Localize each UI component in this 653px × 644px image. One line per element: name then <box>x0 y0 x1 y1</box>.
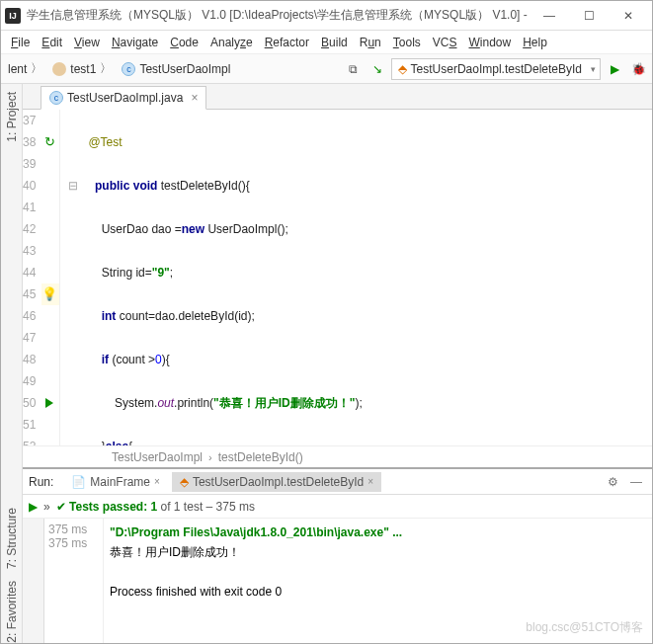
run-toolbar-side <box>23 519 44 643</box>
tool-structure[interactable]: 7: Structure <box>5 508 19 569</box>
maximize-button[interactable]: ☐ <box>569 2 609 30</box>
debug-button[interactable]: 🐞 <box>628 59 648 79</box>
menu-tools[interactable]: Tools <box>389 34 425 51</box>
run-tool-window: Run: 📄MainFrame× ⬘TestUserDaoImpl.testDe… <box>23 467 652 643</box>
run-config-select[interactable]: ⬘TestUserDaoImpl.testDeleteById <box>391 58 601 80</box>
gutter-icons: ↻💡 <box>41 110 60 445</box>
class-icon: c <box>49 91 63 105</box>
crumb-root[interactable]: lent〉 <box>5 60 45 77</box>
line-numbers: 37383940414243444546474849505152 <box>23 110 41 445</box>
close-tab-icon[interactable]: × <box>191 91 198 105</box>
run-tab-mainframe[interactable]: 📄MainFrame× <box>63 472 168 492</box>
run-tab-test[interactable]: ⬘TestUserDaoImpl.testDeleteById× <box>172 472 381 492</box>
menu-vcs[interactable]: VCS <box>429 34 461 51</box>
test-tree[interactable]: 375 ms 375 ms <box>44 519 104 643</box>
menu-file[interactable]: File <box>7 34 34 51</box>
intention-bulb-icon[interactable]: 💡 <box>41 283 57 305</box>
close-button[interactable]: ✕ <box>609 2 648 30</box>
navigation-bar: lent〉 test1〉 cTestUserDaoImpl ⧉ ↘ ⬘TestU… <box>1 54 652 84</box>
menu-window[interactable]: Window <box>464 34 515 51</box>
crumb-class[interactable]: cTestUserDaoImpl <box>119 62 233 76</box>
editor-tab[interactable]: c TestUserDaoImpl.java × <box>41 86 206 110</box>
tool-project[interactable]: 1: Project <box>5 92 19 142</box>
run-label: Run: <box>29 475 53 489</box>
hammer-icon[interactable]: ↘ <box>367 59 387 79</box>
watermark: blog.csc@51CTO博客 <box>526 619 643 636</box>
menu-run[interactable]: Run <box>356 34 385 51</box>
settings-icon[interactable]: ⚙ <box>604 475 622 489</box>
menu-view[interactable]: View <box>70 34 104 51</box>
menu-code[interactable]: Code <box>166 34 203 51</box>
app-logo-icon: IJ <box>5 8 21 24</box>
window-title: 学生信息管理系统（MYSQL版） V1.0 [D:\IdeaProjects\学… <box>27 7 530 24</box>
editor-breadcrumb[interactable]: TestUserDaoImpl › testDeleteById() <box>23 445 652 467</box>
menu-navigate[interactable]: Navigate <box>108 34 162 51</box>
hide-panel-icon[interactable]: — <box>626 475 646 489</box>
run-test-gutter-icon[interactable]: ↻ <box>44 131 55 153</box>
left-sidebar: 1: Project 7: Structure 2: Favorites <box>1 84 23 643</box>
folder-icon <box>52 62 66 76</box>
code-editor[interactable]: 37383940414243444546474849505152 ↻💡 @Tes… <box>23 110 652 445</box>
minimize-button[interactable]: — <box>530 2 569 30</box>
run-test-gutter-icon[interactable] <box>45 398 53 408</box>
build-icon[interactable]: ⧉ <box>344 59 364 79</box>
menu-edit[interactable]: Edit <box>38 34 66 51</box>
code-body[interactable]: @Test ⊟ public void testDeleteById(){ Us… <box>60 110 652 445</box>
run-button[interactable]: ▶ <box>605 59 624 79</box>
test-status: ✔ Tests passed: 1 of 1 test – 375 ms <box>56 500 255 514</box>
rerun-icon[interactable]: ▶ <box>29 500 38 514</box>
tool-favorites[interactable]: 2: Favorites <box>5 581 19 643</box>
menu-bar: File Edit View Navigate Code Analyze Ref… <box>1 31 652 54</box>
window-titlebar: IJ 学生信息管理系统（MYSQL版） V1.0 [D:\IdeaProject… <box>1 1 652 31</box>
class-icon: c <box>122 62 135 76</box>
menu-help[interactable]: Help <box>519 34 551 51</box>
editor-tabs: c TestUserDaoImpl.java × <box>23 84 652 110</box>
crumb-folder[interactable]: test1〉 <box>49 60 115 77</box>
test-toolbar: ▶ » ✔ Tests passed: 1 of 1 test – 375 ms <box>23 495 652 519</box>
menu-refactor[interactable]: Refactor <box>261 34 313 51</box>
editor-tab-label: TestUserDaoImpl.java <box>67 91 183 105</box>
menu-analyze[interactable]: Analyze <box>206 34 257 51</box>
menu-build[interactable]: Build <box>317 34 352 51</box>
